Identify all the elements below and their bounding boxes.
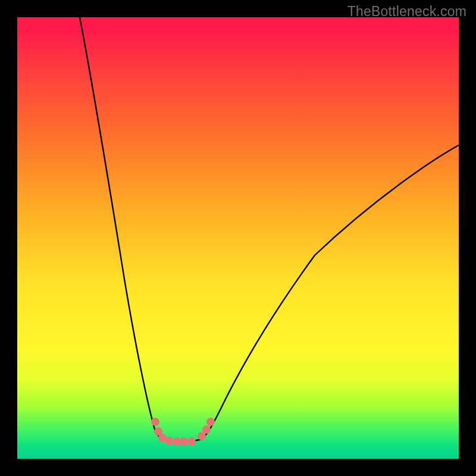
plot-area [17,17,459,459]
data-point [202,425,211,434]
data-point [187,437,196,446]
watermark-text: TheBottleneck.com [347,4,466,20]
data-point [180,437,188,446]
data-point [206,418,215,426]
right-curve [181,145,459,441]
plot-frame: TheBottleneck.com [0,0,476,476]
curve-layer [17,17,459,459]
data-point [165,437,173,445]
left-curve [80,17,181,441]
data-point [151,418,159,426]
